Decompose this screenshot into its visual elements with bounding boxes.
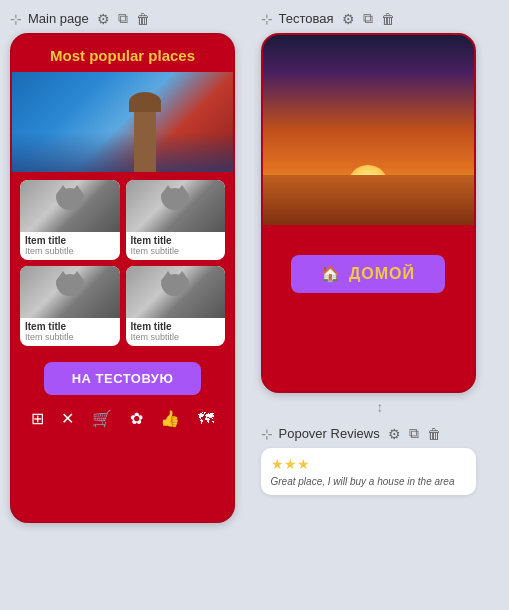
popover-move-icon[interactable]: ⊹	[261, 426, 273, 442]
left-phone-frame: Most popular places Item title Item subt…	[10, 33, 235, 523]
move-icon[interactable]: ⊹	[10, 11, 22, 27]
bottom-icon-grid[interactable]: ⊞	[31, 409, 44, 428]
grid-item-2-title: Item title	[131, 235, 221, 246]
left-panel-header: ⊹ Main page ⚙ ⧉ 🗑	[10, 10, 249, 27]
left-panel-title: Main page	[28, 11, 89, 26]
right-settings-icon[interactable]: ⚙	[342, 11, 355, 27]
right-copy-icon[interactable]: ⧉	[363, 10, 373, 27]
grid-item-4[interactable]: Item title Item subtitle	[126, 266, 226, 346]
left-panel: ⊹ Main page ⚙ ⧉ 🗑 Most popular places	[10, 10, 249, 600]
review-text: Great place, I will buy a house in the a…	[271, 476, 466, 487]
left-delete-icon[interactable]: 🗑	[136, 11, 150, 27]
cat-image-2	[126, 180, 226, 232]
cat-image-1	[20, 180, 120, 232]
bottom-icon-star[interactable]: ✿	[130, 409, 143, 428]
grid-item-2-subtitle: Item subtitle	[131, 246, 221, 256]
home-button-label: ДОМОЙ	[349, 265, 415, 283]
right-panel: ⊹ Тестовая ⚙ ⧉ 🗑 🏠 ДОМОЙ ↕ ⊹ Popover Rev…	[261, 10, 500, 600]
popover-box: ★★★ Great place, I will buy a house in t…	[261, 448, 476, 495]
popover-header: ⊹ Popover Reviews ⚙ ⧉ 🗑	[261, 425, 500, 442]
hero-image	[12, 72, 233, 172]
water-shape	[263, 175, 474, 225]
bottom-icon-close[interactable]: ✕	[61, 409, 74, 428]
item-grid: Item title Item subtitle Item title Item…	[12, 172, 233, 354]
grid-item-3[interactable]: Item title Item subtitle	[20, 266, 120, 346]
grid-item-2-image	[126, 180, 226, 232]
left-copy-icon[interactable]: ⧉	[118, 10, 128, 27]
bottom-icon-map[interactable]: 🗺	[198, 410, 214, 428]
popover-delete-icon[interactable]: 🗑	[427, 426, 441, 442]
popover-title: Popover Reviews	[279, 426, 380, 441]
sunset-image	[263, 35, 474, 225]
right-panel-title: Тестовая	[279, 11, 334, 26]
grid-item-1-title: Item title	[25, 235, 115, 246]
bottom-icon-cart[interactable]: 🛒	[92, 409, 112, 428]
grid-item-3-title: Item title	[25, 321, 115, 332]
resize-handle[interactable]: ↕	[261, 399, 500, 415]
right-phone-frame: 🏠 ДОМОЙ	[261, 33, 476, 393]
bottom-icon-like[interactable]: 👍	[160, 409, 180, 428]
right-move-icon[interactable]: ⊹	[261, 11, 273, 27]
grid-item-4-subtitle: Item subtitle	[131, 332, 221, 342]
phone-title: Most popular places	[12, 35, 233, 72]
cat-image-4	[126, 266, 226, 318]
grid-item-4-image	[126, 266, 226, 318]
popover-copy-icon[interactable]: ⧉	[409, 425, 419, 442]
grid-item-1[interactable]: Item title Item subtitle	[20, 180, 120, 260]
grid-item-1-image	[20, 180, 120, 232]
grid-item-4-title: Item title	[131, 321, 221, 332]
grid-item-2[interactable]: Item title Item subtitle	[126, 180, 226, 260]
grid-item-3-subtitle: Item subtitle	[25, 332, 115, 342]
bottom-bar: ⊞ ✕ 🛒 ✿ 👍 🗺	[12, 401, 233, 430]
right-delete-icon[interactable]: 🗑	[381, 11, 395, 27]
cat-image-3	[20, 266, 120, 318]
cta-button[interactable]: НА ТЕСТОВУЮ	[44, 362, 202, 395]
popover-settings-icon[interactable]: ⚙	[388, 426, 401, 442]
left-settings-icon[interactable]: ⚙	[97, 11, 110, 27]
home-button[interactable]: 🏠 ДОМОЙ	[291, 255, 445, 293]
review-stars: ★★★	[271, 456, 466, 472]
grid-item-3-image	[20, 266, 120, 318]
grid-item-1-subtitle: Item subtitle	[25, 246, 115, 256]
popover-section: ⊹ Popover Reviews ⚙ ⧉ 🗑 ★★★ Great place,…	[261, 425, 500, 495]
home-icon: 🏠	[321, 265, 341, 283]
right-panel-header: ⊹ Тестовая ⚙ ⧉ 🗑	[261, 10, 500, 27]
